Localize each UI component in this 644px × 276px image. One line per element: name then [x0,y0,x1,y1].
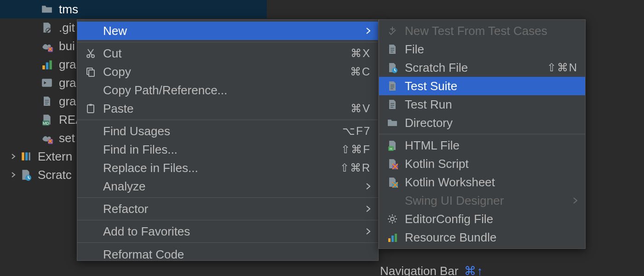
menu-item-shortcut: ⌥F7 [342,125,371,138]
markdown-icon: MD [40,113,53,126]
menu-item-copy-path-reference[interactable]: Copy Path/Reference... [77,81,378,99]
svg-rect-11 [25,152,28,160]
svg-rect-12 [29,152,30,160]
menu-item-label: Test Run [405,98,578,112]
menu-item-find-usages[interactable]: Find Usages⌥F7 [77,122,378,140]
svg-rect-19 [89,104,92,106]
blank-icon [85,225,97,237]
gradle-kotlin-icon [40,40,53,52]
svg-rect-26 [388,238,391,242]
menu-item-copy[interactable]: Copy⌘C [77,63,378,81]
menu-item-label: Find in Files... [103,143,334,157]
blank-icon [85,144,97,155]
svg-rect-10 [22,152,24,160]
blank-icon [85,247,97,259]
menu-item-refactor[interactable]: Refactor [77,200,378,218]
tree-item-label: bui [59,39,75,53]
menu-separator [77,242,378,243]
menu-item-label: Refactor [103,202,359,216]
expand-arrow-icon[interactable] [9,171,17,179]
menu-separator [77,197,378,198]
kotlin-icon [386,158,398,170]
menu-item-shortcut: ⌘X [351,47,371,60]
svg-text:H: H [390,147,392,151]
menu-item-label: Swing UI Designer [405,194,566,208]
html-icon: H [386,139,398,151]
tree-item-label: gra [59,58,76,72]
blank-icon [85,84,97,96]
tree-item-label: tms [59,2,78,17]
menu-item-replace-in-files[interactable]: Replace in Files...⇧⌘R [77,159,378,177]
menu-item-label: Replace in Files... [103,161,334,175]
menu-item-resource-bundle[interactable]: Resource Bundle [379,228,585,247]
resource-bundle-icon [386,231,398,243]
svg-rect-5 [49,60,52,69]
tree-item-label: .git [59,21,75,35]
menu-separator [379,134,585,134]
menu-item-shortcut: ⇧⌘F [341,143,371,156]
menu-item-reformat-code[interactable]: Reformat Code [77,245,378,259]
terminal-icon [40,76,53,89]
svg-rect-4 [46,63,48,69]
menu-item-label: Copy Path/Reference... [103,83,371,98]
menu-item-label: Resource Bundle [405,230,578,245]
menu-item-label: Directory [405,116,578,130]
menu-item-shortcut: ⇧⌘N [547,61,578,74]
menu-item-test-suite[interactable]: Test Suite [379,77,585,95]
file-lines-icon [386,43,398,55]
menu-item-paste[interactable]: Paste⌘V [77,99,378,118]
file-lines-icon [386,98,398,110]
scratch-file-icon [386,62,398,74]
kotlin-ws-icon [386,176,398,188]
copy-icon [85,66,97,78]
blank-icon [85,180,97,192]
menu-item-directory[interactable]: Directory [379,114,585,132]
svg-rect-27 [391,236,394,242]
menu-separator [77,42,378,42]
menu-item-label: Scratch File [405,61,540,75]
cut-icon [85,47,97,59]
file-lines-icon [40,95,53,108]
menu-item-editorconfig-file[interactable]: EditorConfig File [379,210,585,228]
menu-item-analyze[interactable]: Analyze [77,177,378,196]
folder-icon [40,3,53,16]
menu-separator [77,220,378,220]
menu-item-label: New Test From Test Cases [405,24,578,38]
gradle-kotlin-icon [40,132,53,144]
blank-icon [85,162,97,174]
menu-item-add-to-favorites[interactable]: Add to Favorites [77,222,378,241]
blank-icon [85,25,97,37]
menu-item-kotlin-script[interactable]: Kotlin Script [379,155,585,173]
menu-item-label: Paste [103,102,344,116]
menu-item-test-run[interactable]: Test Run [379,95,585,114]
tree-item-label: gra [59,76,76,90]
submenu-arrow-icon [365,228,371,235]
menu-item-scratch-file[interactable]: Scratch File⇧⌘N [379,58,585,77]
svg-rect-28 [395,234,397,242]
submenu-arrow-icon [365,183,371,190]
tree-item-label: Scratc [38,168,72,182]
external-lib-icon [19,150,32,163]
navigation-bar-hint-label: Navigation Bar [380,264,459,276]
paste-icon [85,103,97,115]
svg-point-25 [391,217,394,221]
menu-item-shortcut: ⌘V [351,102,371,115]
blank-icon [85,203,97,215]
submenu-arrow-icon [365,206,371,212]
menu-item-label: Kotlin Script [405,157,578,171]
navigation-bar-hint-shortcut: ⌘↑ [464,264,484,276]
menu-item-label: Kotlin Worksheet [405,175,578,190]
menu-item-file[interactable]: File [379,40,585,58]
expand-arrow-icon[interactable] [9,152,17,161]
context-menu: NewCut⌘XCopy⌘CCopy Path/Reference...Past… [77,19,379,261]
menu-item-label: File [405,42,578,57]
menu-item-html-file[interactable]: HHTML File [379,136,585,155]
menu-item-new[interactable]: New [77,22,378,40]
file-lines-icon [386,80,398,92]
tree-item-label: gra [59,94,76,109]
blank-icon [386,195,398,207]
menu-item-cut[interactable]: Cut⌘X [77,44,378,63]
tree-item-tms[interactable]: tms [0,0,267,18]
menu-item-find-in-files[interactable]: Find in Files...⇧⌘F [77,140,378,159]
menu-item-kotlin-worksheet[interactable]: Kotlin Worksheet [379,173,585,191]
